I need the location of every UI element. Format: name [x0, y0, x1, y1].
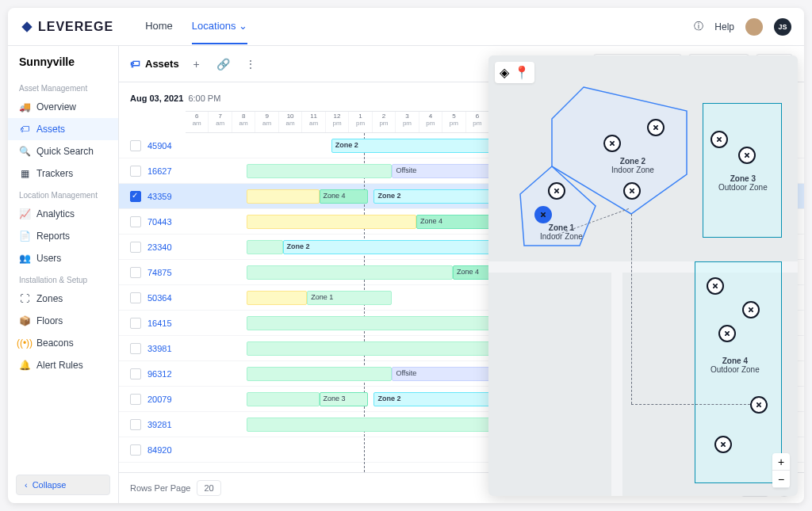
sidebar-item-alert-rules[interactable]: 🔔Alert Rules — [8, 354, 118, 376]
truck-icon: 🚚 — [19, 101, 30, 112]
map-pin[interactable] — [738, 147, 756, 164]
row-checkbox[interactable] — [130, 318, 141, 329]
map-pin[interactable] — [750, 396, 768, 414]
zoom-out[interactable]: − — [772, 471, 790, 488]
row-id[interactable]: 16627 — [147, 166, 186, 176]
pin-toggle-icon[interactable]: 📍 — [514, 65, 530, 80]
row-id[interactable]: 39281 — [147, 420, 186, 429]
row-checkbox[interactable] — [130, 419, 141, 430]
zoom-in[interactable]: + — [772, 453, 790, 471]
dashed-connector — [631, 404, 750, 405]
floors-icon: 📦 — [19, 315, 30, 326]
collapse-button[interactable]: ‹ Collapse — [16, 475, 110, 495]
dashed-connector — [631, 214, 632, 404]
map-pin[interactable] — [710, 131, 728, 148]
sidebar-item-users[interactable]: 👥Users — [8, 247, 118, 269]
row-checkbox[interactable] — [130, 394, 141, 405]
gantt-time: 6:00 PM — [188, 93, 220, 103]
gantt-bar[interactable] — [247, 240, 283, 254]
map-pin[interactable] — [718, 325, 736, 342]
row-id[interactable]: 43359 — [147, 192, 186, 201]
sidebar-item-trackers[interactable]: ▦Trackers — [8, 162, 118, 185]
rpp-value[interactable]: 20 — [197, 480, 220, 496]
gantt-bar[interactable] — [247, 392, 320, 406]
gantt-bar[interactable] — [247, 164, 393, 178]
row-id[interactable]: 74875 — [147, 268, 186, 277]
time-tick: 6am — [186, 112, 209, 132]
link-button[interactable]: 🔗 — [214, 55, 233, 74]
map-pin[interactable] — [742, 301, 760, 318]
time-tick: 7am — [209, 112, 232, 132]
add-button[interactable]: + — [187, 55, 206, 74]
avatar[interactable] — [745, 18, 763, 36]
time-tick: 5pm — [442, 112, 465, 132]
sidebar-item-reports[interactable]: 📄Reports — [8, 225, 118, 247]
gantt-bar[interactable] — [247, 291, 308, 305]
row-checkbox[interactable] — [130, 140, 141, 151]
nav-locations[interactable]: Locations ⌄ — [192, 9, 247, 44]
zone-3-shape[interactable] — [703, 103, 782, 238]
row-id[interactable]: 70443 — [147, 217, 186, 227]
map-pin[interactable] — [647, 119, 665, 136]
zone-2-label: Zone 2Indoor Zone — [611, 157, 654, 174]
section-loc-mgmt: Location Management — [8, 185, 118, 203]
sidebar-item-assets[interactable]: 🏷Assets — [8, 118, 118, 140]
gantt-bar[interactable]: Zone 3 — [320, 392, 368, 406]
row-id[interactable]: 20079 — [147, 395, 186, 404]
topbar-right: ⓘ Help JS — [694, 18, 791, 36]
tracker-icon: ▦ — [19, 168, 30, 179]
user-badge[interactable]: JS — [774, 18, 791, 36]
row-checkbox[interactable] — [130, 191, 141, 202]
gantt-bar[interactable] — [247, 215, 416, 229]
row-checkbox[interactable] — [130, 368, 141, 379]
row-id[interactable]: 45904 — [147, 141, 186, 151]
map-pin-selected[interactable] — [534, 206, 552, 223]
row-id[interactable]: 50364 — [147, 293, 186, 303]
map-pin[interactable] — [603, 135, 621, 152]
row-checkbox[interactable] — [130, 343, 141, 354]
beacons-icon: ((•)) — [19, 337, 30, 349]
gantt-bar[interactable] — [247, 265, 453, 280]
row-id[interactable]: 23340 — [147, 242, 186, 252]
tag-icon: 🏷 — [19, 124, 30, 135]
locate-icon[interactable]: ◈ — [500, 65, 509, 80]
map-pin[interactable] — [707, 277, 724, 295]
help-icon[interactable]: ⓘ — [694, 20, 703, 33]
zones-icon: ⛶ — [19, 293, 30, 304]
sidebar-item-floors[interactable]: 📦Floors — [8, 310, 118, 332]
row-checkbox[interactable] — [130, 166, 141, 177]
sidebar-item-quick-search[interactable]: 🔍Quick Search — [8, 140, 118, 162]
chevron-down-icon: ⌄ — [239, 20, 247, 32]
more-button[interactable]: ⋮ — [241, 55, 260, 74]
sidebar-item-zones[interactable]: ⛶Zones — [8, 288, 118, 310]
sidebar-item-overview[interactable]: 🚚Overview — [8, 96, 118, 118]
row-id[interactable]: 16415 — [147, 318, 186, 328]
time-tick: 4pm — [419, 112, 442, 132]
map-panel[interactable]: ◈ 📍 Zone 2Indoor Zone Zone 1Indoor Zone … — [488, 55, 798, 496]
topnav: Home Locations ⌄ — [145, 9, 247, 44]
sidebar-item-analytics[interactable]: 📈Analytics — [8, 203, 118, 225]
row-checkbox[interactable] — [130, 242, 141, 253]
logo-icon — [21, 21, 33, 33]
map-pin[interactable] — [714, 436, 732, 453]
gantt-bar[interactable] — [247, 367, 393, 381]
time-tick: 11am — [302, 112, 325, 132]
row-id[interactable]: 84920 — [147, 445, 186, 455]
row-checkbox[interactable] — [130, 444, 141, 456]
map-pin[interactable] — [623, 182, 641, 200]
rpp-label: Rows Per Page — [130, 483, 190, 493]
gantt-bar[interactable] — [247, 189, 320, 204]
row-checkbox[interactable] — [130, 267, 141, 278]
gantt-bar[interactable]: Zone 4 — [320, 189, 368, 204]
sidebar-item-beacons[interactable]: ((•))Beacons — [8, 332, 118, 354]
help-link[interactable]: Help — [714, 21, 734, 32]
nav-home[interactable]: Home — [145, 9, 173, 44]
row-checkbox[interactable] — [130, 216, 141, 227]
gantt-bar[interactable]: Zone 1 — [307, 291, 392, 305]
row-id[interactable]: 96312 — [147, 369, 186, 379]
row-id[interactable]: 33981 — [147, 344, 186, 353]
row-checkbox[interactable] — [130, 292, 141, 303]
chevron-left-icon: ‹ — [25, 480, 28, 490]
map-pin[interactable] — [548, 182, 565, 200]
time-tick: 1pm — [349, 112, 372, 132]
